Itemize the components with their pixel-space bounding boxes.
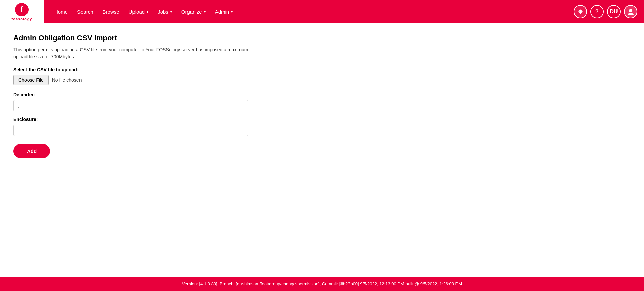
enclosure-input[interactable] [13, 125, 248, 136]
svg-text:f: f [20, 5, 23, 13]
svg-point-2 [629, 9, 632, 12]
logo-svg: f [14, 2, 29, 17]
upload-caret-icon: ▾ [147, 10, 148, 14]
logo-area: f fossology [0, 0, 44, 23]
jobs-caret-icon: ▾ [170, 10, 172, 14]
help-button[interactable]: ? [590, 5, 604, 18]
fossology-logo: f fossology [12, 2, 32, 21]
choose-file-button[interactable]: Choose File [13, 75, 49, 85]
avatar-icon [627, 8, 634, 15]
nav-search[interactable]: Search [73, 6, 97, 17]
nav-organize[interactable]: Organize ▾ [177, 6, 210, 17]
file-input-row: Choose File No file chosen [13, 75, 248, 85]
footer-text: Version: [4.1.0.80], Branch: [dushimsam/… [182, 281, 462, 286]
delimiter-section: Delimiter: [13, 92, 248, 111]
theme-toggle-button[interactable]: ☀ [574, 5, 587, 18]
organize-caret-icon: ▾ [204, 10, 206, 14]
nav-browse[interactable]: Browse [99, 6, 123, 17]
file-select-label: Select the CSV-file to upload: [13, 67, 248, 72]
page-title: Admin Obligation CSV Import [13, 34, 631, 42]
admin-caret-icon: ▾ [231, 10, 233, 14]
nav-jobs[interactable]: Jobs ▾ [154, 6, 176, 17]
delimiter-label: Delimiter: [13, 92, 248, 97]
form-section: Select the CSV-file to upload: Choose Fi… [13, 67, 248, 158]
navbar: f fossology Home Search Browse Upload ▾ … [0, 0, 644, 23]
nav-links: Home Search Browse Upload ▾ Jobs ▾ Organ… [50, 6, 574, 17]
enclosure-label: Enclosure: [13, 117, 248, 122]
nav-right: ☀ ? DU [574, 5, 637, 18]
add-button[interactable]: Add [13, 144, 50, 158]
logo-text: fossology [12, 17, 32, 21]
nav-home[interactable]: Home [50, 6, 72, 17]
user-initials-button[interactable]: DU [607, 5, 621, 18]
nav-upload[interactable]: Upload ▾ [125, 6, 153, 17]
svg-point-3 [628, 13, 634, 15]
no-file-text: No file chosen [52, 77, 82, 83]
footer: Version: [4.1.0.80], Branch: [dushimsam/… [0, 277, 644, 291]
page-description: This option permits uploading a CSV file… [13, 46, 248, 60]
enclosure-section: Enclosure: [13, 117, 248, 136]
delimiter-input[interactable] [13, 100, 248, 111]
nav-admin[interactable]: Admin ▾ [211, 6, 237, 17]
user-avatar[interactable] [624, 5, 637, 18]
main-content: Admin Obligation CSV Import This option … [0, 23, 644, 277]
